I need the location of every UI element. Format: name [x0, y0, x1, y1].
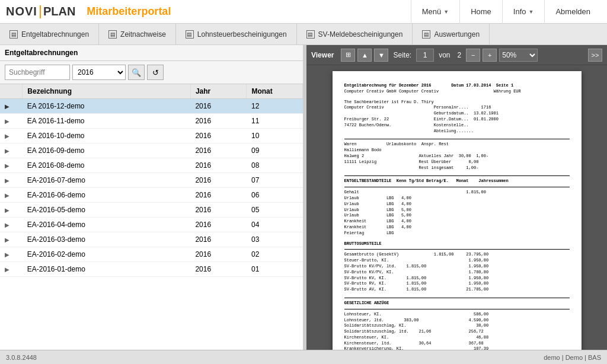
- zoom-out-btn[interactable]: −: [466, 49, 480, 62]
- tab-icon-entgelt: ▤: [9, 30, 18, 39]
- zoom-select[interactable]: 50% 75% 100% 125% 150%: [499, 49, 538, 62]
- logo-plan: PLAN: [43, 5, 75, 18]
- reset-icon: ↺: [152, 68, 159, 77]
- table-row[interactable]: ▶ EA-2016-06-demo 2016 06: [0, 188, 303, 203]
- viewer-next-btn[interactable]: >>: [588, 49, 602, 62]
- row-expand-icon: ▶: [5, 118, 9, 124]
- up-icon: ▲: [362, 52, 368, 59]
- info-button[interactable]: Info ▼: [502, 0, 545, 24]
- row-bezeichnung: EA-2016-02-demo: [23, 247, 191, 262]
- document-page: Entgeltabrechnung für Dezember 2016 Datu…: [333, 71, 582, 350]
- tab-entgeltabrechnungen[interactable]: ▤ Entgeltabrechnungen: [0, 24, 99, 45]
- home-button[interactable]: Home: [459, 0, 502, 24]
- row-arrow-cell: ▶: [0, 129, 23, 143]
- table-row[interactable]: ▶ EA-2016-04-demo 2016 04: [0, 218, 303, 232]
- tab-icon-lohnsteuer: ▤: [186, 30, 194, 39]
- row-expand-icon: ▶: [5, 251, 9, 258]
- viewer-layout-btn[interactable]: ⊞: [341, 49, 355, 62]
- tab-label-sv: SV-Meldebescheinigungen: [318, 30, 403, 39]
- table-row[interactable]: ▶ EA-2016-05-demo 2016 05: [0, 203, 303, 218]
- row-arrow-cell: ▶: [0, 218, 23, 232]
- search-icon: 🔍: [132, 68, 141, 77]
- zoom-in-icon: +: [488, 52, 491, 59]
- search-input[interactable]: [5, 65, 70, 80]
- row-jahr: 2016: [190, 247, 247, 262]
- row-expand-icon: ▶: [5, 148, 9, 154]
- menu-button[interactable]: Menü ▼: [411, 0, 459, 24]
- info-dropdown-icon: ▼: [529, 9, 534, 15]
- zoom-out-icon: −: [471, 52, 475, 59]
- top-nav-right: Menü ▼ Home Info ▼ Abmelden: [411, 0, 601, 24]
- tab-label-lohnsteuer: Lohnsteuerbescheinigungen: [197, 30, 287, 39]
- row-arrow-cell: ▶: [0, 99, 23, 114]
- tab-sv-meldebescheinigungen[interactable]: ▤ SV-Meldebescheinigungen: [297, 24, 413, 45]
- table-header-row: Bezeichnung Jahr Monat: [0, 84, 303, 99]
- viewer-header: Viewer ⊞ ▲ ▼ Seite: von 2 − + 50% 75%: [306, 45, 607, 65]
- user-info: demo | Demo | BAS: [544, 354, 601, 361]
- row-monat: 05: [247, 203, 303, 218]
- row-jahr: 2016: [190, 114, 247, 129]
- viewer-content[interactable]: Entgeltabrechnung für Dezember 2016 Datu…: [306, 65, 607, 350]
- table-row[interactable]: ▶ EA-2016-07-demo 2016 07: [0, 173, 303, 188]
- search-bar: 2016 2015 2014 2013 🔍 ↺: [0, 61, 303, 84]
- down-icon: ▼: [378, 52, 385, 59]
- page-input[interactable]: [416, 49, 434, 62]
- row-expand-icon: ▶: [5, 222, 9, 228]
- row-arrow-cell: ▶: [0, 247, 23, 262]
- viewer-up-btn[interactable]: ▲: [357, 49, 372, 62]
- tab-zeitnachweise[interactable]: ▤ Zeitnachweise: [99, 24, 176, 45]
- row-jahr: 2016: [190, 143, 247, 158]
- row-bezeichnung: EA 2016-12-demo: [23, 99, 191, 114]
- search-button[interactable]: 🔍: [128, 65, 145, 80]
- row-arrow-cell: ▶: [0, 143, 23, 158]
- row-jahr: 2016: [190, 158, 247, 173]
- row-bezeichnung: EA 2016-08-demo: [23, 158, 191, 173]
- row-monat: 03: [247, 232, 303, 247]
- row-monat: 06: [247, 188, 303, 203]
- row-monat: 08: [247, 158, 303, 173]
- row-monat: 07: [247, 173, 303, 188]
- tab-bar: ▤ Entgeltabrechnungen ▤ Zeitnachweise ▤ …: [0, 24, 607, 45]
- reset-button[interactable]: ↺: [147, 65, 164, 80]
- row-bezeichnung: EA 2016-11-demo: [23, 114, 191, 129]
- row-monat: 09: [247, 143, 303, 158]
- table-row[interactable]: ▶ EA-2016-03-demo 2016 03: [0, 232, 303, 247]
- row-jahr: 2016: [190, 99, 247, 114]
- row-monat: 10: [247, 129, 303, 143]
- logout-button[interactable]: Abmelden: [544, 0, 601, 24]
- status-bar: 3.0.8.2448 demo | Demo | BAS: [0, 350, 607, 364]
- tab-label-zeitnach: Zeitnachweise: [120, 30, 166, 39]
- year-select[interactable]: 2016 2015 2014 2013: [72, 65, 126, 80]
- table-wrapper: Bezeichnung Jahr Monat ▶ EA 2016-12-demo…: [0, 84, 303, 350]
- table-row[interactable]: ▶ EA 2016-10-demo 2016 10: [0, 129, 303, 143]
- row-monat: 02: [247, 247, 303, 262]
- left-panel-header: Entgeltabrechnungen: [0, 45, 303, 61]
- tab-lohnsteuerbescheinigungen[interactable]: ▤ Lohnsteuerbescheinigungen: [176, 24, 297, 45]
- viewer-down-btn[interactable]: ▼: [374, 49, 388, 62]
- row-expand-icon: ▶: [5, 162, 9, 169]
- table-row[interactable]: ▶ EA 2016-11-demo 2016 11: [0, 114, 303, 129]
- row-bezeichnung: EA 2016-09-demo: [23, 143, 191, 158]
- page-label: Seite:: [393, 51, 411, 59]
- data-table: Bezeichnung Jahr Monat ▶ EA 2016-12-demo…: [0, 84, 303, 277]
- table-row[interactable]: ▶ EA 2016-12-demo 2016 12: [0, 99, 303, 114]
- row-arrow-cell: ▶: [0, 203, 23, 218]
- logo: NOVI PLAN: [6, 5, 75, 18]
- col-header-bezeichnung: Bezeichnung: [23, 84, 191, 99]
- row-monat: 04: [247, 218, 303, 232]
- row-expand-icon: ▶: [5, 207, 9, 213]
- row-jahr: 2016: [190, 188, 247, 203]
- row-bezeichnung: EA-2016-03-demo: [23, 232, 191, 247]
- table-row[interactable]: ▶ EA 2016-08-demo 2016 08: [0, 158, 303, 173]
- row-jahr: 2016: [190, 203, 247, 218]
- portal-title: Mitarbeiterportal: [87, 5, 171, 18]
- row-jahr: 2016: [190, 232, 247, 247]
- row-arrow-cell: ▶: [0, 188, 23, 203]
- table-row[interactable]: ▶ EA 2016-09-demo 2016 09: [0, 143, 303, 158]
- zoom-in-btn[interactable]: +: [483, 49, 497, 62]
- tab-auswertungen[interactable]: ▤ Auswertungen: [413, 24, 490, 45]
- table-row[interactable]: ▶ EA-2016-02-demo 2016 02: [0, 247, 303, 262]
- row-expand-icon: ▶: [5, 133, 9, 139]
- tab-icon-zeitnach: ▤: [108, 30, 117, 39]
- table-row[interactable]: ▶ EA-2016-01-demo 2016 01: [0, 262, 303, 277]
